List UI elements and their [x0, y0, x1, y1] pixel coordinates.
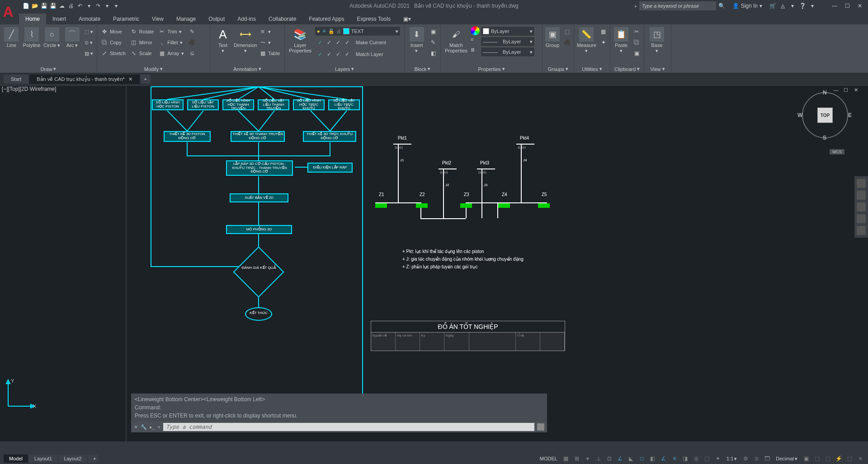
monitor-icon[interactable]: ⎚ — [751, 454, 761, 463]
scale-button[interactable]: ⤡Scale — [128, 48, 156, 59]
qp-icon[interactable]: 🗔 — [762, 454, 772, 463]
color-wheel-icon[interactable] — [471, 26, 480, 35]
tab-view[interactable]: View — [146, 14, 170, 24]
wrench-icon[interactable]: 🔧 — [141, 424, 147, 430]
help-search-input[interactable]: Type a keyword or phrase — [639, 1, 716, 10]
tab-collaborate[interactable]: Collaborate — [262, 14, 302, 24]
search-icon[interactable]: 🔍 — [718, 2, 726, 10]
block-btn1[interactable]: ▣ — [428, 26, 439, 37]
qat-open-icon[interactable]: 📂 — [31, 2, 39, 10]
ucs-icon[interactable]: Y X — [5, 378, 36, 410]
vp-close-icon[interactable]: ✕ — [853, 87, 859, 93]
cut-button[interactable]: ✂ — [631, 26, 642, 37]
vp-maximize-icon[interactable]: ☐ — [843, 87, 849, 93]
splitter[interactable] — [126, 86, 127, 441]
qat-more-icon[interactable]: ▾ — [112, 2, 120, 10]
qat-save-icon[interactable]: 💾 — [40, 2, 48, 10]
base-button[interactable]: ◳Base▾ — [646, 26, 668, 54]
iso-icon[interactable]: ◣ — [626, 454, 636, 463]
osnap-icon[interactable]: □ — [637, 454, 647, 463]
vp-minimize-icon[interactable]: — — [833, 87, 839, 93]
minimize-button[interactable]: — — [829, 0, 840, 11]
tab-manage[interactable]: Manage — [170, 14, 202, 24]
viewcube-face[interactable]: TOP — [817, 108, 833, 123]
qat-saveas-icon[interactable]: 💾 — [49, 2, 57, 10]
viewcube-e[interactable]: E — [848, 112, 852, 118]
draw-more1[interactable]: ⬚ ▾ — [83, 26, 95, 37]
draw-more3[interactable]: ▨ ▾ — [83, 48, 95, 59]
polyline-button[interactable]: ⌇Polyline — [22, 26, 42, 49]
current-layer-dropdown[interactable]: ● ☀ 🔓 🖨 TEXT▾ — [315, 26, 401, 36]
copy-button[interactable]: ⿻Copy — [99, 37, 127, 48]
circle-button[interactable]: ○Circle ▾ — [42, 26, 61, 49]
transp-icon[interactable]: ◨ — [680, 454, 690, 463]
maximize-button[interactable]: ☐ — [842, 0, 853, 11]
sb-btn-a[interactable]: ⬚ — [812, 454, 822, 463]
util-btn1[interactable]: ▦ — [598, 26, 609, 37]
ws-icon[interactable]: ⚙ — [741, 454, 750, 463]
qat-new-icon[interactable]: 📄 — [22, 2, 30, 10]
qp2-icon[interactable]: ▣ — [801, 454, 811, 463]
snap2-icon[interactable]: ▾ — [583, 454, 593, 463]
layer-properties-button[interactable]: 📚LayerProperties — [287, 26, 314, 54]
cart-icon[interactable]: 🛒 — [769, 2, 777, 10]
draw-more2[interactable]: ⊙ ▾ — [83, 37, 95, 48]
insert-button[interactable]: ⬇Insert▾ — [406, 26, 427, 54]
ortho-icon[interactable]: ⊡ — [604, 454, 614, 463]
tab-insert[interactable]: Insert — [46, 14, 72, 24]
lt-icon[interactable]: ≣ — [471, 47, 480, 57]
make-current-button[interactable]: ✓✓✓✓ Make Current — [315, 37, 401, 48]
viewcube-w[interactable]: W — [797, 112, 802, 118]
viewcube-s[interactable]: S — [823, 135, 826, 141]
block-btn2[interactable]: ✎ — [428, 37, 439, 48]
help-icon[interactable]: ❔ — [798, 2, 807, 10]
nav-wheel-icon[interactable] — [857, 179, 866, 188]
explode-button[interactable]: ⬛ — [187, 37, 198, 48]
block-btn3[interactable]: ◧ — [428, 48, 439, 59]
close-tab-icon[interactable]: ✕ — [128, 76, 132, 82]
table-button[interactable]: ▦Table — [257, 48, 282, 59]
qat-redo-icon[interactable]: ↷ — [94, 2, 102, 10]
nav-zoom-icon[interactable] — [857, 202, 866, 211]
qat-redo-arrow-icon[interactable]: ▾ — [103, 2, 111, 10]
polar-icon[interactable]: ∠ — [615, 454, 625, 463]
tab-annotate[interactable]: Annotate — [72, 14, 107, 24]
paste-button[interactable]: 📋Paste▾ — [612, 26, 630, 54]
file-tab-start[interactable]: Start — [4, 75, 28, 84]
command-input[interactable]: Type a command — [163, 423, 534, 431]
signin-button[interactable]: 👤 Sign In ▾ — [728, 3, 767, 9]
chevron-down-icon[interactable]: ▾ — [808, 2, 816, 10]
copy-clip-button[interactable]: ⿻ — [631, 37, 642, 48]
match-layer-button[interactable]: ✓✓✓✓ Match Layer — [315, 49, 401, 60]
new-tab-button[interactable]: + — [141, 75, 151, 84]
model-space-button[interactable]: MODEL — [537, 455, 560, 462]
group-btn2[interactable]: ⬛ — [561, 37, 572, 48]
tab-extra-icon[interactable]: ▣▾ — [397, 14, 417, 24]
qat-undo-arrow-icon[interactable]: ▾ — [85, 2, 93, 10]
navigation-bar[interactable] — [854, 176, 868, 238]
lw-icon[interactable]: ≡ — [471, 37, 480, 47]
cycle-icon[interactable]: ◎ — [691, 454, 701, 463]
qat-web-icon[interactable]: ☁ — [58, 2, 66, 10]
measure-button[interactable]: 📏Measure▾ — [576, 26, 597, 54]
array-button[interactable]: ▦Array ▾ — [156, 48, 185, 59]
ann2-icon[interactable]: ✦ — [713, 454, 723, 463]
layout-tab-add[interactable]: + — [88, 455, 99, 463]
chevron-down-icon[interactable]: ▾ — [788, 2, 797, 10]
3dosnap-icon[interactable]: ◧ — [648, 454, 658, 463]
lineweight-dropdown[interactable]: ——— ByLayer▾ — [481, 37, 535, 47]
ann-icon[interactable]: ⬚ — [702, 454, 712, 463]
iso-clean-icon[interactable]: ⬚ — [844, 454, 854, 463]
group-button[interactable]: ▣Group — [544, 26, 561, 49]
fillet-button[interactable]: ◟Fillet ▾ — [156, 37, 185, 48]
layout-tab-model[interactable]: Model — [4, 455, 28, 463]
qat-plot-icon[interactable]: 🖨 — [67, 2, 75, 10]
tab-addins[interactable]: Add-ins — [231, 14, 262, 24]
units-dropdown[interactable]: Decimal ▾ — [773, 455, 800, 463]
leader2-button[interactable]: ⤳▾ — [257, 37, 282, 48]
rotate-button[interactable]: ↻Rotate — [128, 26, 156, 37]
clip-btn3[interactable]: ▣ — [631, 48, 642, 59]
sb-btn-b[interactable]: ⬚ — [823, 454, 833, 463]
layout-tab-1[interactable]: Layout1 — [29, 455, 57, 463]
arc-button[interactable]: ⌒Arc ▾ — [62, 26, 82, 49]
